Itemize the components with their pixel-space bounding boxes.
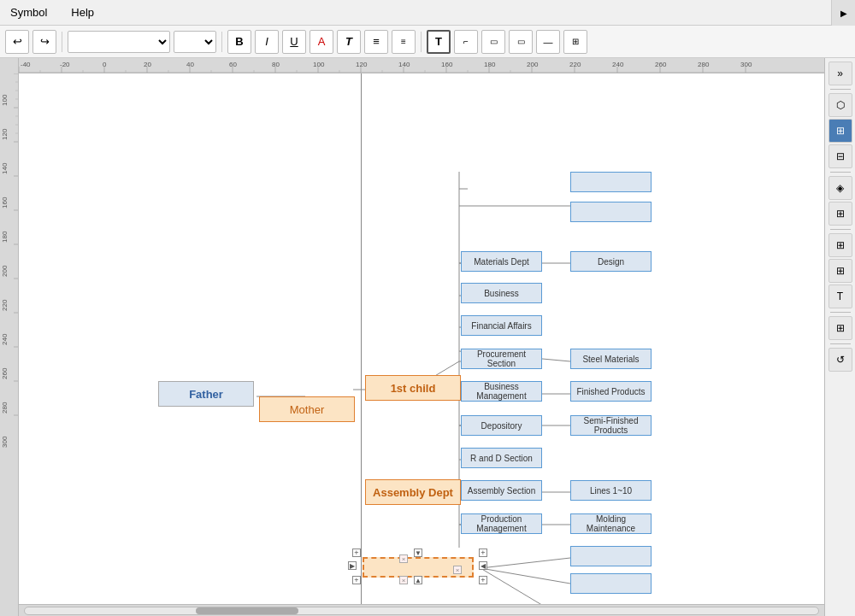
box-finished[interactable]: Finished Products <box>570 381 652 402</box>
redo-button[interactable]: ↪ <box>32 30 56 54</box>
box-rd[interactable]: R and D Section <box>461 448 542 468</box>
svg-text:100: 100 <box>313 61 325 68</box>
select-mode-button[interactable]: ⊞ <box>828 119 852 143</box>
text-tool-button[interactable]: T <box>427 30 451 54</box>
underline-button[interactable]: U <box>282 30 306 54</box>
handle-del2[interactable]: × <box>453 566 462 574</box>
svg-text:280: 280 <box>1 402 9 414</box>
svg-text:-40: -40 <box>21 61 31 68</box>
shapes-button[interactable]: ⊟ <box>828 144 852 168</box>
align-right-button[interactable]: ≡ <box>392 30 416 54</box>
canvas-scroll[interactable]: Materials Dept Design Business Financial… <box>19 73 824 604</box>
svg-text:40: 40 <box>186 61 194 68</box>
handle-bottom-right[interactable]: + <box>479 576 487 584</box>
canvas: Materials Dept Design Business Financial… <box>19 73 824 604</box>
box-steel[interactable]: Steel Materials <box>570 349 652 369</box>
handle-top-left[interactable]: + <box>352 549 361 557</box>
horizontal-scrollbar[interactable] <box>19 604 824 616</box>
handle-bottom-mid[interactable]: ▲ <box>414 576 422 584</box>
handle-top-mid[interactable]: ▼ <box>414 549 422 557</box>
top-ruler: -40 -20 0 20 40 60 80 100 120 140 <box>19 58 824 73</box>
font-color-button[interactable]: A <box>310 30 333 54</box>
tb-sep3 <box>421 32 422 52</box>
svg-text:220: 220 <box>1 299 9 311</box>
image-button[interactable]: ⊞ <box>828 202 852 226</box>
box-top1[interactable] <box>570 172 652 192</box>
left-ruler: 100 120 140 160 180 200 220 240 260 280 … <box>0 58 19 616</box>
layer-button[interactable]: ◈ <box>828 176 852 200</box>
main-layout: 100 120 140 160 180 200 220 240 260 280 … <box>0 58 855 616</box>
svg-text:200: 200 <box>527 61 539 68</box>
box-semifinished[interactable]: Semi-Finished Products <box>570 415 652 436</box>
undo-button[interactable]: ↩ <box>5 30 29 54</box>
svg-text:0: 0 <box>103 61 107 68</box>
bold-button[interactable]: B <box>227 30 251 54</box>
right-panel: » ⬡ ⊞ ⊟ ◈ ⊞ ⊞ ⊞ T ⊞ ↺ <box>824 58 855 616</box>
rp-sep1 <box>830 89 851 90</box>
text-format-button[interactable]: T <box>337 30 361 54</box>
box-procurement[interactable]: Procurement Section <box>461 349 542 369</box>
box-business[interactable]: Business <box>461 283 542 303</box>
handle-del1[interactable]: × <box>399 554 408 563</box>
network-button[interactable]: ⊞ <box>828 233 852 257</box>
box-assembly-sec[interactable]: Assembly Section <box>461 480 542 501</box>
box-bizmanage[interactable]: Business Management <box>461 381 542 402</box>
fill-button[interactable]: ⬡ <box>828 93 852 117</box>
svg-line-102 <box>481 568 570 584</box>
handle-del3[interactable]: × <box>399 576 408 584</box>
refresh-button[interactable]: ↺ <box>828 348 852 372</box>
box-prodmanage[interactable]: Production Management <box>461 513 542 534</box>
shape-tool-3[interactable]: — <box>536 30 560 54</box>
svg-text:160: 160 <box>1 197 9 208</box>
box-depository[interactable]: Depository <box>461 415 542 436</box>
box-design[interactable]: Design <box>570 251 652 272</box>
expand-panel-button[interactable]: » <box>828 62 852 85</box>
rp-sep3 <box>830 229 851 230</box>
rp-sep4 <box>830 312 851 313</box>
scroll-thumb[interactable] <box>196 607 298 614</box>
connector-tool-button[interactable]: ⌐ <box>454 30 478 54</box>
svg-text:120: 120 <box>1 128 9 140</box>
svg-text:140: 140 <box>398 61 410 68</box>
assembly-dept-box[interactable]: Assembly Dept <box>365 479 461 505</box>
handle-right[interactable]: ◀ <box>479 561 487 570</box>
box-lines[interactable]: Lines 1~10 <box>570 480 652 501</box>
box-empty1[interactable] <box>570 546 652 566</box>
svg-text:60: 60 <box>229 61 237 68</box>
shape-tool-1[interactable]: ▭ <box>481 30 505 54</box>
svg-text:240: 240 <box>612 61 624 68</box>
corner-button[interactable]: ▶ <box>831 0 855 26</box>
mother-box[interactable]: Mother <box>259 396 355 422</box>
rp-sep2 <box>830 172 851 173</box>
menu-help[interactable]: Help <box>68 4 97 21</box>
svg-line-103 <box>481 568 570 604</box>
box-empty2[interactable] <box>570 573 652 594</box>
font-size-dropdown[interactable] <box>174 31 216 53</box>
table-button[interactable]: ⊞ <box>828 259 852 283</box>
align-left-button[interactable]: ≡ <box>364 30 388 54</box>
box-financial[interactable]: Financial Affairs <box>461 315 542 336</box>
font-family-dropdown[interactable] <box>68 31 170 53</box>
shape-tool-2[interactable]: ▭ <box>509 30 533 54</box>
child1-box[interactable]: 1st child <box>365 375 461 401</box>
svg-text:300: 300 <box>740 61 752 68</box>
handle-bottom-left[interactable]: + <box>352 576 361 584</box>
box-top2[interactable] <box>570 202 652 222</box>
handle-left[interactable]: ▶ <box>348 561 357 570</box>
box-molding[interactable]: Molding Maintenance <box>570 513 652 534</box>
scroll-track[interactable] <box>24 607 819 615</box>
italic-button[interactable]: I <box>255 30 279 54</box>
svg-text:-20: -20 <box>60 61 70 68</box>
text2-button[interactable]: T <box>828 285 852 308</box>
svg-text:260: 260 <box>655 61 667 68</box>
svg-text:100: 100 <box>1 94 9 106</box>
menu-symbol[interactable]: Symbol <box>7 4 50 21</box>
resize-button[interactable]: ⊞ <box>828 316 852 340</box>
shape-tool-4[interactable]: ⊞ <box>563 30 587 54</box>
box-materials[interactable]: Materials Dept <box>461 251 542 272</box>
handle-top-right[interactable]: + <box>479 549 487 557</box>
svg-text:180: 180 <box>1 231 9 243</box>
svg-text:140: 140 <box>1 162 9 174</box>
father-box[interactable]: Father <box>158 381 254 407</box>
svg-text:260: 260 <box>1 367 9 379</box>
